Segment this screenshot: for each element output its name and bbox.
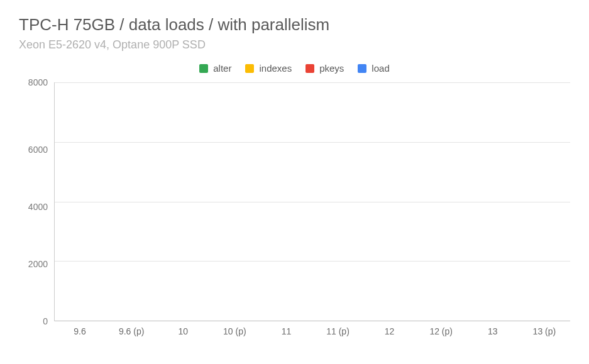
legend-label: load <box>372 63 389 74</box>
y-axis: 8000 6000 4000 2000 0 <box>19 82 54 321</box>
x-tick: 12 <box>364 326 416 336</box>
y-tick: 0 <box>43 316 48 326</box>
chart-title: TPC-H 75GB / data loads / with paralleli… <box>19 15 570 35</box>
plot-area <box>54 82 570 321</box>
swatch-icon <box>358 64 366 73</box>
x-tick: 13 (p) <box>519 326 570 336</box>
y-tick: 4000 <box>28 202 48 212</box>
legend-item-indexes: indexes <box>245 63 292 74</box>
chart-subtitle: Xeon E5-2620 v4, Optane 900P SSD <box>19 38 570 52</box>
bar-column <box>58 82 109 321</box>
x-tick: 11 (p) <box>312 326 363 336</box>
bar-column <box>312 82 363 321</box>
y-tick: 6000 <box>28 145 48 155</box>
x-tick: 9.6 (p) <box>106 326 157 336</box>
x-axis: 9.69.6 (p)1010 (p)1111 (p)1212 (p)1313 (… <box>54 326 570 336</box>
chart-area: 8000 6000 4000 2000 0 <box>19 82 570 321</box>
legend-label: pkeys <box>319 63 344 74</box>
bars-container <box>55 82 570 321</box>
bar-column <box>515 82 566 321</box>
legend: alter indexes pkeys load <box>19 63 570 74</box>
x-tick: 9.6 <box>54 326 106 336</box>
legend-item-alter: alter <box>199 63 231 74</box>
bar-column <box>160 82 211 321</box>
swatch-icon <box>306 64 314 73</box>
legend-item-pkeys: pkeys <box>306 63 344 74</box>
x-tick: 10 (p) <box>209 326 260 336</box>
bar-column <box>363 82 414 321</box>
legend-label: indexes <box>259 63 292 74</box>
y-tick: 2000 <box>28 259 48 269</box>
legend-item-load: load <box>358 63 389 74</box>
x-tick: 12 (p) <box>416 326 467 336</box>
swatch-icon <box>245 64 254 73</box>
legend-label: alter <box>213 63 231 74</box>
bar-column <box>414 82 465 321</box>
bar-column <box>465 82 515 321</box>
y-tick: 8000 <box>28 77 48 87</box>
bar-column <box>109 82 160 321</box>
x-tick: 13 <box>467 326 519 336</box>
x-tick: 10 <box>157 326 209 336</box>
swatch-icon <box>199 64 208 73</box>
bar-column <box>211 82 261 321</box>
x-tick: 11 <box>260 326 312 336</box>
bar-column <box>261 82 312 321</box>
